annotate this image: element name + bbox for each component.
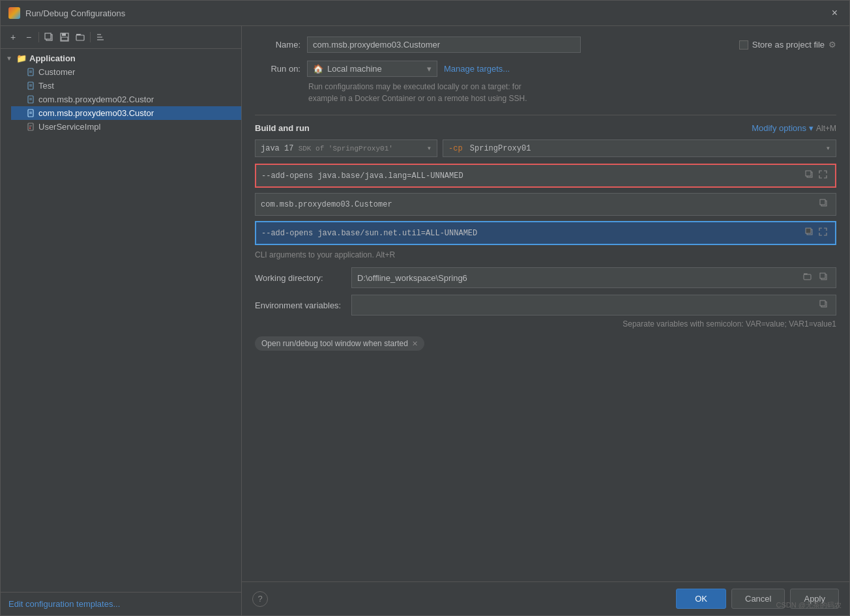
title-bar-left: Run/Debug Configurations xyxy=(8,7,125,19)
watermark: CSDN @无茶的码农 xyxy=(776,600,842,610)
sdk-dropdown-chevron-icon: ▾ xyxy=(427,143,432,153)
add-button[interactable]: + xyxy=(6,30,20,44)
bottom-bar: ? OK Cancel Apply xyxy=(242,581,849,615)
cp-dropdown[interactable]: -cp SpringProxy01 ▾ xyxy=(443,139,836,157)
env-vars-copy-icon[interactable] xyxy=(817,299,830,312)
app-icon xyxy=(8,7,20,19)
working-dir-label: Working directory: xyxy=(255,273,346,283)
help-button[interactable]: ? xyxy=(252,591,268,607)
open-window-tag[interactable]: Open run/debug tool window when started … xyxy=(255,336,424,351)
vm-options-copy-icon[interactable] xyxy=(802,169,816,183)
copy-button[interactable] xyxy=(42,30,56,44)
build-run-title: Build and run xyxy=(255,123,310,133)
name-label: Name: xyxy=(255,40,300,50)
sdk-row: java 17 SDK of 'SpringProxy01' ▾ -cp Spr… xyxy=(255,139,836,157)
main-class-field[interactable]: com.msb.proxydemo03.Customer xyxy=(255,193,836,216)
modify-options-chevron-icon: ▾ xyxy=(809,123,813,133)
env-vars-input[interactable] xyxy=(351,295,836,315)
remove-button[interactable]: − xyxy=(22,30,36,44)
tree-children: Customer Test com.msb.proxydemo02.Custor xyxy=(1,65,241,134)
local-machine-dropdown[interactable]: 🏠 Local machine ▾ xyxy=(307,61,437,77)
ok-button[interactable]: OK xyxy=(676,589,726,609)
customer-label: Customer xyxy=(38,67,75,77)
save-button[interactable] xyxy=(57,30,72,44)
svg-rect-28 xyxy=(820,199,825,205)
tag-close-icon[interactable]: ✕ xyxy=(412,340,418,348)
chevron-icon: ▼ xyxy=(6,55,14,62)
left-panel: + − ▼ xyxy=(1,26,242,615)
working-dir-input[interactable]: D:\offline_workspace\Spring6 xyxy=(351,267,836,288)
sdk-dropdown[interactable]: java 17 SDK of 'SpringProxy01' ▾ xyxy=(255,139,437,157)
svg-rect-31 xyxy=(804,274,811,280)
modify-options-button[interactable]: Modify options ▾ Alt+M xyxy=(752,123,836,133)
tag-pill-container: Open run/debug tool window when started … xyxy=(255,336,836,351)
file-icon-proxydemo02 xyxy=(27,95,36,104)
dropdown-arrow-icon: ▾ xyxy=(427,64,432,74)
run-description: Run configurations may be executed local… xyxy=(308,81,836,104)
section-divider xyxy=(255,115,836,115)
svg-rect-5 xyxy=(76,35,84,40)
toolbar-separator-2 xyxy=(90,32,91,42)
main-class-copy-icon[interactable] xyxy=(817,198,830,211)
file-icon-customer xyxy=(27,68,36,77)
title-bar: Run/Debug Configurations × xyxy=(1,1,849,26)
toolbar-separator-1 xyxy=(38,32,39,42)
vm-options-2-copy-icon[interactable] xyxy=(802,226,816,240)
dialog-title: Run/Debug Configurations xyxy=(25,8,125,18)
gear-icon[interactable]: ⚙ xyxy=(828,40,836,50)
tree-item-application[interactable]: ▼ 📁 Application xyxy=(1,51,241,65)
wdir-copy-icon[interactable] xyxy=(817,271,830,284)
java-version-label: java 17 xyxy=(261,144,293,153)
build-run-header: Build and run Modify options ▾ Alt+M xyxy=(255,123,836,133)
main-class-text: com.msb.proxydemo03.Customer xyxy=(261,200,817,209)
wdir-folder-icon[interactable] xyxy=(800,271,814,284)
folder-button[interactable] xyxy=(73,30,87,44)
svg-rect-4 xyxy=(61,37,68,40)
svg-rect-21 xyxy=(28,123,33,130)
run-desc-line2: example in a Docker Container or on a re… xyxy=(308,94,527,103)
cp-prefix-text: -cp SpringProxy01 xyxy=(448,144,531,153)
vm-options-field-1[interactable]: --add-opens java.base/java.lang=ALL-UNNA… xyxy=(255,164,836,188)
store-label: Store as project file xyxy=(752,40,825,50)
tree-item-customer[interactable]: Customer xyxy=(11,65,241,79)
cp-dropdown-chevron-icon: ▾ xyxy=(826,143,830,153)
vm-options-text-1: --add-opens java.base/java.lang=ALL-UNNA… xyxy=(261,171,802,181)
edit-config-link[interactable]: Edit configuration templates... xyxy=(1,592,241,615)
name-row: Name: Store as project file ⚙ xyxy=(255,37,836,53)
name-input[interactable] xyxy=(307,37,581,53)
tree-item-proxydemo03[interactable]: com.msb.proxydemo03.Custor xyxy=(11,106,241,120)
cli-hint: CLI arguments to your application. Alt+R xyxy=(255,250,836,259)
application-label: Application xyxy=(29,53,76,63)
vm-options-2-expand-icon[interactable] xyxy=(816,226,830,240)
svg-rect-1 xyxy=(45,33,51,39)
wdir-icons xyxy=(800,271,830,284)
tree-item-proxydemo02[interactable]: com.msb.proxydemo02.Custor xyxy=(11,93,241,106)
local-machine-text: Local machine xyxy=(327,64,382,74)
proxydemo03-label: com.msb.proxydemo03.Custor xyxy=(38,108,154,118)
vm-options-field-2[interactable]: --add-opens java.base/sun.net.util=ALL-U… xyxy=(255,221,836,245)
right-content: Name: Store as project file ⚙ Run on: 🏠 … xyxy=(242,26,849,581)
tree-item-userserviceimpl[interactable]: UserServiceImpl xyxy=(11,120,241,134)
tree-item-test[interactable]: Test xyxy=(11,79,241,93)
file-icon-test xyxy=(27,81,36,91)
vm-options-expand-icon[interactable] xyxy=(816,169,830,183)
working-dir-row: Working directory: D:\offline_workspace\… xyxy=(255,267,836,288)
cp-keyword: -cp xyxy=(448,144,463,153)
run-on-label: Run on: xyxy=(255,64,300,74)
svg-point-24 xyxy=(29,126,31,128)
sort-button[interactable] xyxy=(93,30,108,44)
store-project-row: Store as project file ⚙ xyxy=(739,40,836,50)
manage-targets-link[interactable]: Manage targets... xyxy=(444,64,510,74)
store-checkbox[interactable] xyxy=(739,40,748,50)
application-folder-icon: 📁 xyxy=(16,53,27,63)
env-vars-row: Environment variables: xyxy=(255,295,836,315)
cp-value-text: SpringProxy01 xyxy=(470,144,531,153)
tree-area: ▼ 📁 Application Customer Test xyxy=(1,49,241,592)
working-dir-value: D:\offline_workspace\Spring6 xyxy=(357,273,800,283)
close-button[interactable]: × xyxy=(828,6,842,20)
tag-label: Open run/debug tool window when started xyxy=(261,339,408,348)
toolbar: + − xyxy=(1,26,241,49)
file-icon-proxydemo03 xyxy=(27,109,36,118)
svg-rect-30 xyxy=(806,228,811,233)
run-debug-dialog: Run/Debug Configurations × + − xyxy=(0,0,850,616)
